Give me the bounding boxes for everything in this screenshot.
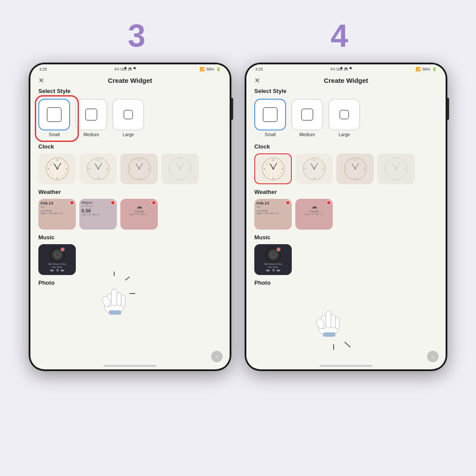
clock-row-4: 12 3 6 9 1 2 4 5 7 8: [254, 153, 438, 184]
svg-text:9: 9: [48, 167, 49, 170]
style-small-inner-4: [263, 107, 278, 122]
style-medium-box-3[interactable]: [75, 99, 107, 130]
ipad4-screen: 3:25 Fri Oct 18 📶 58% 🔋 ✕ Create Widget …: [246, 64, 446, 369]
music-widget-4[interactable]: Mix Music Disk first disk ⏮ ⏸ ⏭: [254, 244, 292, 275]
music-track-label-3: Mix Music Disk: [48, 263, 66, 265]
clock-widget-2-3[interactable]: 12 3 6 9: [79, 153, 117, 184]
weather-date-1-3: Feb.13: [41, 201, 74, 205]
clock-widget-1-4[interactable]: 12 3 6 9 1 2 4 5 7 8: [254, 153, 292, 184]
clock-svg-4-4: 12 3: [384, 157, 408, 181]
weather-red-dot-1-4: [286, 201, 290, 205]
style-medium-box-4[interactable]: [291, 99, 323, 130]
photo-label-4: Photo: [254, 279, 438, 286]
ipad4-cameras: [340, 67, 352, 69]
cam-dot4-center: [345, 67, 347, 69]
clock-section-3: Clock 12 3 6 9 1 2: [38, 143, 222, 184]
clock-svg-2-3: 12 3 6 9: [86, 157, 110, 181]
close-button-4[interactable]: ✕: [254, 76, 260, 85]
step-3-number: 3: [128, 18, 145, 54]
weather-widget-2-4[interactable]: ☁ Clouds High 7.62° Min 1.1°: [295, 199, 333, 230]
svg-text:10: 10: [49, 164, 51, 166]
svg-point-37: [179, 168, 181, 170]
svg-point-23: [97, 168, 99, 170]
style-large-4[interactable]: Large: [328, 99, 360, 137]
style-large-box-4[interactable]: [328, 99, 360, 130]
clock-widget-4-4[interactable]: 12 3: [377, 153, 415, 184]
ipad3-cameras: [124, 67, 136, 69]
svg-point-85: [395, 168, 397, 170]
ipad3-screen: 3:25 Fri Oct 18 📶 58% 🔋 ✕ Create Widget …: [30, 64, 230, 369]
prev-btn-3[interactable]: ⏮: [50, 268, 54, 272]
style-large-label-3: Large: [123, 132, 134, 137]
weather-date-1-4: Feb.13: [257, 201, 290, 205]
svg-text:12: 12: [272, 159, 275, 161]
photo-section-4: Photo: [254, 279, 438, 286]
status-right-4: 📶 58% 🔋: [416, 67, 437, 71]
weather-hilo-3: High 7.62° Min 1.1°: [123, 213, 156, 216]
clock-widget-1-3[interactable]: 12 3 6 9 1 2 4 5 7 8 10: [38, 153, 76, 184]
svg-text:11: 11: [51, 161, 53, 164]
music-red-dot-4: [277, 248, 280, 251]
music-widget-3[interactable]: Mix Music Disk first disk ⏮ ⏸ ⏭: [38, 244, 76, 275]
svg-text:11: 11: [267, 161, 269, 164]
clock-widget-4-3[interactable]: 12 3: [161, 153, 199, 184]
style-medium-label-4: Medium: [299, 132, 315, 137]
battery-icon-3: 🔋: [216, 67, 221, 71]
weather-red-dot-1-3: [70, 201, 74, 205]
svg-text:3: 3: [65, 167, 67, 170]
clock-widget-3-3[interactable]: 12 3 6 9: [120, 153, 158, 184]
play-btn-4[interactable]: ⏸: [271, 268, 275, 272]
weather-widget-1-3[interactable]: Feb.13 sun ☁ Clouds High 7.42° Min 1.1°: [38, 199, 76, 230]
weather-red-dot-3-3: [152, 201, 156, 205]
clock-widget-3-4[interactable]: 12 3 6 9: [336, 153, 374, 184]
weather-row-4: Feb.13 sun ☁ Clouds High 7.42° Min 1.1° …: [254, 199, 438, 230]
weather-widget-3-3[interactable]: ☁ Clouds High 7.62° Min 1.1°: [120, 199, 158, 230]
style-large-box-3[interactable]: [112, 99, 144, 130]
svg-text:10: 10: [265, 164, 267, 166]
screen-content-3: ✕ Create Widget Select Style Small: [30, 72, 230, 368]
close-button-3[interactable]: ✕: [38, 76, 44, 85]
style-large-3[interactable]: Large: [112, 99, 144, 137]
svg-text:6: 6: [272, 177, 274, 179]
home-bar-3: [104, 365, 156, 367]
prev-btn-4[interactable]: ⏮: [266, 268, 270, 272]
scroll-arrow-3[interactable]: ⤡: [211, 351, 223, 362]
style-small-box-3[interactable]: [38, 99, 70, 130]
weather-widget-1-4[interactable]: Feb.13 sun ☁ Clouds High 7.42° Min 1.1°: [254, 199, 292, 230]
svg-point-79: [354, 168, 356, 170]
scroll-arrow-4[interactable]: ⤡: [427, 351, 439, 362]
style-small-box-4[interactable]: [254, 99, 286, 130]
style-small-3[interactable]: Small: [38, 99, 70, 137]
weather-hilo-2-4: High 7.62° Min 1.1°: [298, 213, 331, 216]
music-controls-3: ⏮ ⏸ ⏭: [50, 268, 64, 272]
music-red-dot-3: [61, 248, 64, 251]
style-medium-3[interactable]: Medium: [75, 99, 107, 137]
svg-text:3: 3: [281, 167, 283, 170]
style-small-4[interactable]: Small: [254, 99, 286, 137]
music-row-3: Mix Music Disk first disk ⏮ ⏸ ⏭: [38, 244, 222, 275]
style-medium-inner-3: [85, 108, 97, 121]
next-btn-4[interactable]: ⏭: [277, 268, 280, 272]
weather-widget-2-3[interactable]: Maguro ☁ Clouds 6.56 High 7.62° Min 1.1°: [79, 199, 117, 230]
style-small-container-3: Small: [38, 99, 70, 137]
svg-text:12: 12: [138, 159, 141, 161]
scroll-icon-3: ⤡: [215, 354, 219, 359]
svg-text:6: 6: [354, 177, 356, 179]
next-btn-3[interactable]: ⏭: [61, 268, 64, 272]
clock-widget-2-4[interactable]: 12 3 6 9: [295, 153, 333, 184]
svg-text:6: 6: [97, 177, 99, 179]
style-options-3: Small Medium: [38, 99, 222, 137]
music-artist-label-4: first disk: [268, 266, 278, 268]
svg-text:6: 6: [56, 177, 58, 179]
style-small-label-4: Small: [264, 132, 275, 137]
play-btn-3[interactable]: ⏸: [56, 268, 59, 272]
tablets-container: 3:25 Fri Oct 18 📶 58% 🔋 ✕ Create Widget …: [11, 63, 465, 371]
svg-text:12: 12: [56, 159, 59, 161]
style-medium-4[interactable]: Medium: [291, 99, 323, 137]
svg-point-31: [138, 168, 140, 170]
ipad3-side-button: [231, 98, 233, 120]
svg-text:3: 3: [147, 167, 149, 170]
svg-text:12: 12: [395, 159, 398, 161]
cam-dot4-3: [350, 67, 352, 69]
cam-dot4-1: [340, 67, 342, 69]
